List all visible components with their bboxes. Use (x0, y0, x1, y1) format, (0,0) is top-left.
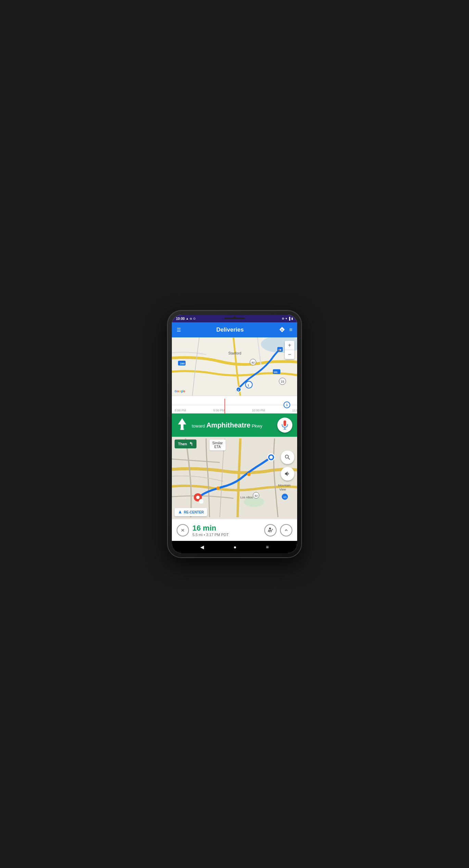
gps-icon: ⊕ (282, 317, 284, 320)
svg-point-27 (269, 456, 273, 459)
svg-text:15: 15 (281, 380, 284, 383)
eta-line2: ETA (212, 445, 223, 449)
trip-details-display: 5.5 mi • 3:17 PM PDT (192, 533, 261, 537)
phone-device: 10:00 ▲ G ⊙ ⊕ ▾ ▐ ▮ ☰ Deliveries (168, 311, 301, 557)
timeline-bar: 1 8:00 PM 9:00 PM 10:00 PM 11:00 (172, 396, 297, 413)
timeline-line (172, 405, 297, 405)
home-button[interactable]: ● (233, 544, 236, 550)
svg-text:🚛: 🚛 (278, 348, 281, 351)
list-button[interactable]: ≡ (289, 327, 292, 333)
signal-icon: ▐ (288, 317, 290, 320)
back-icon: ◀ (200, 544, 204, 550)
trip-info: 16 min 5.5 mi • 3:17 PM PDT (192, 524, 261, 537)
search-icon (284, 454, 291, 461)
nav-instruction-text: toward Amphitheatre Pkwy (192, 421, 273, 429)
turn-left-arrow-icon: ↰ (189, 441, 193, 447)
menu-button[interactable]: ☰ (177, 327, 181, 333)
trip-separator: • (204, 533, 205, 537)
app-bar: ☰ Deliveries ≡ (172, 322, 297, 337)
map-background: 1 🚛 280 82 101 15 (172, 337, 297, 396)
svg-point-25 (247, 473, 251, 476)
directions-button[interactable] (279, 326, 285, 334)
toward-label: toward (192, 423, 205, 429)
chevron-up-icon (283, 528, 289, 533)
trip-time-display: 16 min (192, 524, 261, 533)
recenter-button[interactable]: RE-CENTER (175, 508, 207, 516)
svg-point-30 (199, 499, 204, 504)
time-label-11: 11:00 (292, 409, 297, 412)
microphone-button[interactable] (277, 418, 292, 433)
recents-icon: ≡ (266, 544, 269, 550)
eta-line1: Similar (212, 441, 223, 445)
trip-distance: 5.5 mi (192, 533, 203, 537)
svg-rect-19 (283, 420, 286, 426)
map-nav: 82 85 Mountain View Los Altos Then ↰ Sim… (172, 437, 297, 519)
microphone-icon (281, 420, 289, 430)
svg-text:1: 1 (238, 388, 239, 392)
status-right-icons: ⊕ ▾ ▐ ▮ (282, 317, 293, 320)
route-icon (267, 527, 274, 533)
destination-suffix: Pkwy (252, 423, 262, 429)
time-label-9pm: 9:00 PM (213, 409, 225, 412)
app-title: Deliveries (216, 326, 244, 333)
svg-text:280: 280 (180, 362, 185, 365)
hamburger-icon: ☰ (177, 327, 181, 333)
svg-text:82: 82 (255, 494, 258, 497)
cancel-icon: ✕ (181, 528, 185, 533)
battery-icon: ▮ (291, 317, 293, 320)
back-button[interactable]: ◀ (200, 544, 204, 550)
then-turn-indicator: Then ↰ (175, 439, 197, 448)
svg-text:82: 82 (252, 361, 255, 364)
home-icon: ● (233, 544, 236, 550)
list-icon: ≡ (289, 327, 292, 333)
sound-button[interactable] (281, 467, 294, 481)
map-nav-svg: 82 85 Mountain View Los Altos (172, 437, 297, 519)
destination-name: Amphitheatre (206, 421, 251, 429)
trip-eta: 3:17 PM PDT (206, 533, 229, 537)
status-time: 10:00 (176, 317, 185, 321)
map-search-button[interactable] (281, 450, 294, 464)
timeline-stop-1: 1 (283, 401, 290, 408)
zoom-in-button[interactable]: + (285, 341, 294, 350)
svg-point-24 (216, 486, 220, 490)
directions-sign-icon (279, 326, 285, 333)
navigation-icon (178, 510, 182, 514)
svg-text:View: View (279, 488, 286, 491)
google-logo: Google (175, 389, 185, 393)
wifi-icon: ▾ (286, 317, 287, 320)
bottom-bar: ✕ 16 min 5.5 mi • 3:17 PM PDT (172, 519, 297, 541)
cancel-navigation-button[interactable]: ✕ (177, 524, 189, 536)
time-label-8pm: 8:00 PM (175, 409, 186, 412)
recents-button[interactable]: ≡ (266, 544, 269, 550)
recenter-label: RE-CENTER (184, 510, 204, 514)
then-label: Then (178, 442, 187, 446)
location-nav-icon: ▲ (186, 317, 189, 320)
svg-text:101: 101 (274, 371, 278, 373)
zoom-out-button[interactable]: − (285, 350, 294, 359)
stop-number: 1 (286, 403, 288, 407)
google-g-icon: G (190, 317, 192, 320)
svg-text:Stanford: Stanford (228, 351, 241, 355)
at-icon: ⊙ (193, 317, 196, 320)
svg-point-29 (196, 496, 200, 499)
android-nav-bar: ◀ ● ≡ (172, 541, 297, 553)
volume-icon (284, 470, 291, 477)
svg-text:Mountain: Mountain (278, 484, 291, 487)
phone-screen: 10:00 ▲ G ⊙ ⊕ ▾ ▐ ▮ ☰ Deliveries (172, 315, 297, 553)
svg-rect-18 (180, 429, 184, 430)
time-label-10pm: 10:00 PM (252, 409, 265, 412)
map-top: 1 🚛 280 82 101 15 (172, 337, 297, 396)
app-bar-actions: ≡ (279, 326, 292, 334)
expand-button[interactable] (280, 524, 292, 536)
route-options-button[interactable] (264, 524, 277, 536)
status-left: 10:00 ▲ G ⊙ (176, 317, 196, 321)
map-top-svg: 1 🚛 280 82 101 15 (172, 337, 297, 396)
direction-arrow-icon (177, 418, 188, 433)
nav-direction-bar: toward Amphitheatre Pkwy (172, 413, 297, 437)
zoom-controls: + − (285, 341, 294, 359)
svg-text:85: 85 (283, 496, 287, 499)
svg-text:Los Altos: Los Altos (240, 496, 253, 499)
svg-text:1: 1 (248, 384, 249, 387)
eta-badge: Similar ETA (210, 439, 226, 450)
phone-speaker (224, 318, 245, 319)
